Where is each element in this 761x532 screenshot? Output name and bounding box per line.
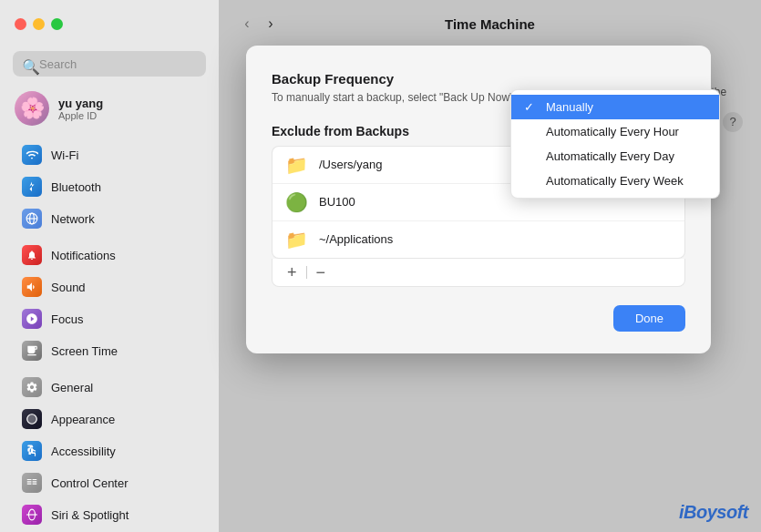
add-item-button[interactable]: + <box>282 262 303 282</box>
sidebar-item-screentime[interactable]: Screen Time <box>7 335 211 366</box>
dropdown-menu: ✓ Manually Automatically Every Hour Auto… <box>510 89 720 199</box>
main-body: 🕐 Time Machine Time Machine backs up you… <box>219 47 761 532</box>
user-profile[interactable]: 🌸 yu yang Apple ID <box>0 86 219 131</box>
minimize-button[interactable] <box>33 18 45 30</box>
search-icon: 🔍 <box>22 58 34 70</box>
search-bar[interactable]: 🔍 Search <box>13 51 206 77</box>
dropdown-label-manually: Manually <box>546 100 593 114</box>
avatar-image: 🌸 <box>20 97 45 120</box>
sidebar-item-bluetooth[interactable]: Bluetooth <box>7 171 211 202</box>
close-button[interactable] <box>15 18 26 30</box>
modal-overlay: Backup Frequency To manually start a bac… <box>219 47 761 532</box>
modal-panel: Backup Frequency To manually start a bac… <box>246 47 711 353</box>
avatar: 🌸 <box>15 91 49 126</box>
network-icon <box>22 209 42 229</box>
accessibility-icon <box>22 441 42 461</box>
sidebar-item-label: Accessibility <box>51 445 116 458</box>
sidebar-item-label: General <box>51 381 93 394</box>
dropdown-item-every-day[interactable]: Automatically Every Day <box>511 144 719 169</box>
sidebar-item-label: Sound <box>51 281 86 294</box>
dropdown-wrapper: ✓ Manually Automatically Every Hour Auto… <box>510 89 720 199</box>
bluetooth-icon <box>22 177 42 197</box>
maximize-button[interactable] <box>51 18 63 30</box>
sidebar-item-sound[interactable]: Sound <box>7 271 211 302</box>
dropdown-item-manually[interactable]: ✓ Manually <box>511 95 719 119</box>
dropdown-label-every-day: Automatically Every Day <box>546 149 674 163</box>
sidebar-item-label: Notifications <box>51 249 116 262</box>
sidebar-item-label: Focus <box>51 312 83 326</box>
user-info: yu yang Apple ID <box>58 97 103 121</box>
sidebar-item-wifi[interactable]: Wi-Fi <box>7 139 211 170</box>
dropdown-label-every-week: Automatically Every Week <box>546 174 684 188</box>
remove-item-button[interactable]: − <box>311 262 332 282</box>
sidebar-item-general[interactable]: General <box>7 372 211 403</box>
sidebar-item-siri[interactable]: Siri & Spotlight <box>7 499 211 530</box>
sidebar-item-accessibility[interactable]: Accessibility <box>7 435 211 466</box>
sidebar-section-network: Wi-Fi Bluetooth Network <box>0 138 219 235</box>
exclude-item-label-2: BU100 <box>319 195 355 209</box>
exclude-item-label-3: ~/Applications <box>319 232 393 246</box>
sidebar-item-focus[interactable]: Focus <box>7 303 211 334</box>
exclude-toolbar: + − <box>272 259 685 287</box>
main-content: ‹ › Time Machine 🕐 Time Machine Time Mac… <box>219 0 761 532</box>
sidebar-item-label: Wi-Fi <box>51 148 78 162</box>
sidebar-section-preferences: General Appearance Accessibility Control… <box>0 371 219 531</box>
sidebar-item-label: Bluetooth <box>51 180 101 194</box>
sidebar-section-system: Notifications Sound Focus Screen Time <box>0 239 219 367</box>
focus-icon <box>22 309 42 329</box>
done-button[interactable]: Done <box>613 305 685 332</box>
modal-footer: Done <box>272 305 685 332</box>
appearance-icon <box>22 409 42 429</box>
exclude-item-label-1: /Users/yang <box>319 158 382 171</box>
backup-freq-title: Backup Frequency <box>272 71 685 87</box>
notifications-icon <box>22 245 42 265</box>
search-placeholder: Search <box>39 57 77 71</box>
bu100-icon: 🟢 <box>285 191 308 213</box>
screentime-icon <box>22 341 42 361</box>
user-name: yu yang <box>58 97 103 110</box>
toolbar-separator <box>306 266 307 279</box>
sidebar: 🔍 Search 🌸 yu yang Apple ID Wi-Fi Blueto… <box>0 0 219 532</box>
sidebar-item-label: Control Center <box>51 476 129 490</box>
sidebar-item-notifications[interactable]: Notifications <box>7 240 211 271</box>
sidebar-item-label: Siri & Spotlight <box>51 508 129 522</box>
general-icon <box>22 377 42 397</box>
sidebar-item-appearance[interactable]: Appearance <box>7 404 211 435</box>
sound-icon <box>22 277 42 297</box>
user-subtitle: Apple ID <box>58 110 103 121</box>
sidebar-item-label: Network <box>51 212 95 226</box>
sidebar-item-controlcenter[interactable]: Control Center <box>7 467 211 498</box>
dropdown-item-every-hour[interactable]: Automatically Every Hour <box>511 119 719 144</box>
exclude-item-applications: 📁 ~/Applications <box>273 221 684 258</box>
sidebar-item-network[interactable]: Network <box>7 203 211 234</box>
checkmark-icon: ✓ <box>524 100 539 114</box>
dropdown-item-every-week[interactable]: Automatically Every Week <box>511 169 719 193</box>
traffic-lights <box>15 18 63 30</box>
sidebar-titlebar <box>0 0 219 47</box>
folder-icon-1: 📁 <box>285 154 308 176</box>
sidebar-item-label: Screen Time <box>51 344 118 358</box>
folder-icon-2: 📁 <box>285 229 308 251</box>
sidebar-item-label: Appearance <box>51 413 115 426</box>
siri-icon <box>22 505 42 525</box>
controlcenter-icon <box>22 473 42 493</box>
wifi-icon <box>22 145 42 165</box>
dropdown-label-every-hour: Automatically Every Hour <box>546 125 679 138</box>
